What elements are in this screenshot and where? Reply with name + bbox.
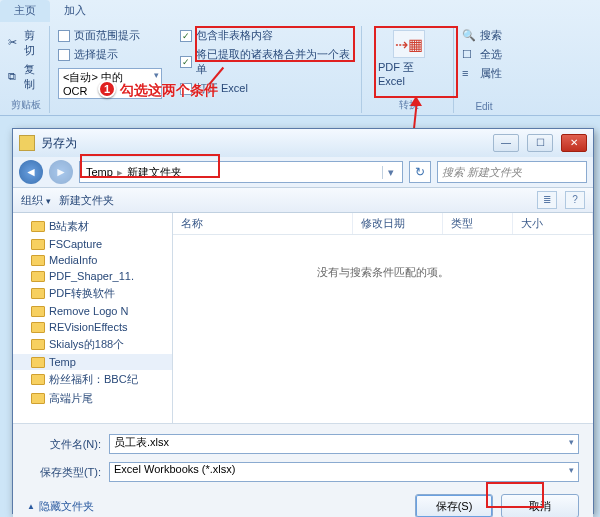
- dialog-content: B站素材FSCaptureMediaInfoPDF_Shaper_11.PDF转…: [13, 213, 593, 423]
- pdf-excel-icon: ⇢▦: [393, 30, 425, 58]
- merge-tables-checkbox[interactable]: 将已提取的诸表格合并为一个表单: [180, 45, 355, 79]
- nav-fwd-button[interactable]: ►: [49, 160, 73, 184]
- select-checkbox[interactable]: 选择提示: [58, 45, 162, 64]
- sidebar-item[interactable]: Temp: [13, 354, 172, 370]
- ribbon-tabs: 主页 加入: [0, 0, 600, 22]
- copy-button[interactable]: ⧉复制: [8, 60, 43, 94]
- folder-icon: [19, 135, 35, 151]
- folder-icon: [31, 271, 45, 282]
- sidebar-item[interactable]: PDF_Shaper_11.: [13, 268, 172, 284]
- checkbox-icon: [58, 30, 70, 42]
- filetype-combo[interactable]: Excel Workbooks (*.xlsx): [109, 462, 579, 482]
- folder-icon: [31, 322, 45, 333]
- sidebar-item[interactable]: FSCapture: [13, 236, 172, 252]
- sidebar-item[interactable]: 高端片尾: [13, 389, 172, 408]
- file-list: 名称 修改日期 类型 大小 没有与搜索条件匹配的项。: [173, 213, 593, 423]
- sidebar-item[interactable]: REVisionEffects: [13, 319, 172, 335]
- chevron-right-icon: ▸: [117, 166, 123, 179]
- sidebar-item-label: PDF转换软件: [49, 286, 115, 301]
- include-nontable-checkbox[interactable]: 包含非表格内容: [180, 26, 355, 45]
- dialog-toolbar: 组织 新建文件夹 ≣ ?: [13, 187, 593, 213]
- help-button[interactable]: ?: [565, 191, 585, 209]
- sidebar-item-label: PDF_Shaper_11.: [49, 270, 134, 282]
- view-button[interactable]: ≣: [537, 191, 557, 209]
- col-size[interactable]: 大小: [513, 213, 593, 234]
- folder-tree: B站素材FSCaptureMediaInfoPDF_Shaper_11.PDF转…: [13, 213, 173, 423]
- col-date[interactable]: 修改日期: [353, 213, 443, 234]
- selectall-button[interactable]: ☐全选: [462, 45, 506, 64]
- search-button[interactable]: 🔍搜索: [462, 26, 506, 45]
- folder-icon: [31, 374, 45, 385]
- sidebar-item[interactable]: MediaInfo: [13, 252, 172, 268]
- dialog-titlebar: 另存为 — ☐ ✕: [13, 129, 593, 157]
- cut-label: 剪切: [24, 28, 43, 58]
- hide-folders-link[interactable]: ▲隐藏文件夹: [27, 499, 94, 514]
- group-convert-label: 转换: [364, 98, 453, 112]
- sidebar-item-label: FSCapture: [49, 238, 102, 250]
- breadcrumb-seg-folder[interactable]: 新建文件夹: [125, 165, 184, 180]
- triangle-up-icon: ▲: [27, 502, 35, 511]
- page-range-checkbox[interactable]: 页面范围提示: [58, 26, 162, 45]
- tab-insert[interactable]: 加入: [50, 0, 100, 22]
- breadcrumb[interactable]: Temp ▸ 新建文件夹 ▾: [79, 161, 403, 183]
- folder-icon: [31, 339, 45, 350]
- sidebar-item[interactable]: Skialys的188个: [13, 335, 172, 354]
- cut-button[interactable]: ✂剪切: [8, 26, 43, 60]
- group-clipboard: ✂剪切 ⧉复制 剪贴板: [2, 26, 50, 113]
- anno-badge-1: 1: [98, 80, 116, 98]
- sidebar-item-label: MediaInfo: [49, 254, 97, 266]
- folder-icon: [31, 288, 45, 299]
- sidebar-item-label: 高端片尾: [49, 391, 93, 406]
- anno-text-1: 勾选这两个条件: [120, 82, 218, 100]
- scissors-icon: ✂: [8, 36, 20, 50]
- sidebar-item-label: Temp: [49, 356, 76, 368]
- tab-home[interactable]: 主页: [0, 0, 50, 22]
- dialog-bottom: 文件名(N): 员工表.xlsx 保存类型(T): Excel Workbook…: [13, 423, 593, 517]
- group-convert: ⇢▦ PDF 至 Excel 转换: [364, 26, 454, 113]
- folder-icon: [31, 393, 45, 404]
- col-type[interactable]: 类型: [443, 213, 513, 234]
- col-name[interactable]: 名称: [173, 213, 353, 234]
- sidebar-item[interactable]: B站素材: [13, 217, 172, 236]
- sidebar-item[interactable]: Remove Logo N: [13, 303, 172, 319]
- organize-menu[interactable]: 组织: [21, 193, 51, 208]
- sidebar-item-label: Remove Logo N: [49, 305, 129, 317]
- save-button[interactable]: 保存(S): [415, 494, 493, 517]
- save-as-dialog: 另存为 — ☐ ✕ ◄ ► Temp ▸ 新建文件夹 ▾ ↻ 搜索 新建文件夹 …: [12, 128, 594, 514]
- search-icon: 🔍: [462, 29, 476, 43]
- group-clipboard-label: 剪贴板: [2, 98, 49, 112]
- properties-icon: ≡: [462, 67, 476, 81]
- folder-icon: [31, 255, 45, 266]
- checkbox-icon: [180, 56, 192, 68]
- sidebar-item[interactable]: 粉丝福利：BBC纪: [13, 370, 172, 389]
- close-button[interactable]: ✕: [561, 134, 587, 152]
- cancel-button[interactable]: 取消: [501, 494, 579, 517]
- anno-arrowhead-2: [410, 96, 422, 106]
- search-input[interactable]: 搜索 新建文件夹: [437, 161, 587, 183]
- breadcrumb-dropdown[interactable]: ▾: [382, 166, 398, 179]
- sidebar-item[interactable]: PDF转换软件: [13, 284, 172, 303]
- checkbox-icon: [180, 30, 192, 42]
- group-edit: 🔍搜索 ☐全选 ≡属性 Edit: [456, 26, 512, 113]
- filename-input[interactable]: 员工表.xlsx: [109, 434, 579, 454]
- pdf-to-excel-button[interactable]: ⇢▦ PDF 至 Excel: [370, 26, 447, 91]
- folder-icon: [31, 357, 45, 368]
- folder-icon: [31, 306, 45, 317]
- checkbox-icon: [58, 49, 70, 61]
- dialog-title: 另存为: [41, 135, 485, 152]
- sidebar-item-label: 粉丝福利：BBC纪: [49, 372, 138, 387]
- props-button[interactable]: ≡属性: [462, 64, 506, 83]
- selectall-icon: ☐: [462, 48, 476, 62]
- nav-back-button[interactable]: ◄: [19, 160, 43, 184]
- new-folder-button[interactable]: 新建文件夹: [59, 193, 114, 208]
- sidebar-item-label: Skialys的188个: [49, 337, 124, 352]
- ribbon: 主页 加入 ✂剪切 ⧉复制 剪贴板 页面范围提示 选择提示 <自动> 中的 OC…: [0, 0, 600, 116]
- minimize-button[interactable]: —: [493, 134, 519, 152]
- refresh-button[interactable]: ↻: [409, 161, 431, 183]
- breadcrumb-seg-temp[interactable]: Temp: [84, 166, 115, 178]
- list-header: 名称 修改日期 类型 大小: [173, 213, 593, 235]
- sidebar-item-label: B站素材: [49, 219, 89, 234]
- empty-message: 没有与搜索条件匹配的项。: [173, 265, 593, 280]
- group-edit-label: Edit: [456, 101, 512, 112]
- maximize-button[interactable]: ☐: [527, 134, 553, 152]
